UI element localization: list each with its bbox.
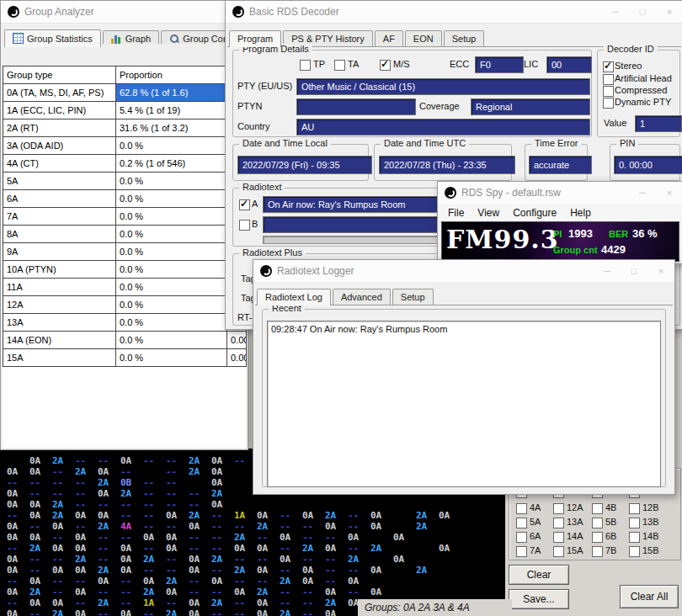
maximize-icon[interactable]: □ — [629, 1, 656, 23]
group-filter-checkbox-13A[interactable] — [553, 518, 564, 528]
minimize-icon[interactable]: ─ — [602, 1, 629, 23]
radiotext-log-list[interactable]: 09:28:47 On Air now: Ray's Rumpus Room — [267, 321, 661, 487]
cell-type[interactable]: 7A — [3, 208, 116, 226]
cell-type[interactable]: 1A (ECC, LIC, PIN) — [3, 102, 116, 119]
menu-view[interactable]: View — [472, 205, 505, 220]
group-filter-checkbox-14B[interactable] — [629, 532, 640, 543]
group-filter-checkbox-4A[interactable] — [516, 503, 527, 514]
cell-proportion[interactable]: 0.0 % — [116, 279, 227, 296]
radiotext-b-checkbox[interactable] — [239, 220, 250, 231]
group-filter-checkbox-13B[interactable] — [629, 518, 640, 528]
cell-type[interactable]: 14A (EON) — [3, 332, 116, 349]
table-row[interactable]: 10A (PTYN)0.0 % — [3, 261, 247, 279]
decoder-titlebar[interactable]: Basic RDS Decoder ─ □ × — [226, 1, 682, 24]
group-filter-checkbox-14A[interactable] — [553, 532, 564, 543]
cell-proportion[interactable]: 0.0 % — [116, 243, 227, 261]
cell-type[interactable]: 4A (CT) — [3, 155, 116, 173]
cell-type[interactable]: 9A — [3, 243, 116, 261]
cell-type[interactable]: 8A — [3, 226, 116, 243]
cell-proportion[interactable]: 0.2 % (1 of 546) — [116, 155, 227, 173]
stereo-checkbox[interactable] — [603, 61, 614, 72]
cell-type[interactable]: 15A — [3, 349, 116, 367]
group-filter-checkbox-7B[interactable] — [592, 546, 603, 557]
group-filter-checkbox-15A[interactable] — [553, 546, 564, 557]
cell-proportion[interactable]: 5.4 % (1 of 19) — [116, 102, 227, 119]
minimize-icon[interactable]: ─ — [594, 260, 621, 282]
table-row[interactable]: 7A0.0 % — [3, 208, 247, 226]
cell-type[interactable]: 13A — [3, 314, 116, 332]
maximize-icon[interactable]: □ — [621, 260, 647, 282]
cell-proportion[interactable]: 0.0 % — [116, 208, 227, 226]
group-filter-checkbox-12B[interactable] — [629, 503, 640, 514]
tab-eon[interactable]: EON — [405, 30, 442, 46]
group-filter-checkbox-4B[interactable] — [592, 503, 603, 514]
cell-proportion[interactable]: 0.0 % — [116, 349, 227, 367]
column-header-group-type[interactable]: Group type — [3, 66, 116, 84]
close-icon[interactable]: × — [656, 1, 682, 23]
radiotext-a-checkbox[interactable] — [239, 199, 250, 210]
table-row[interactable]: 5A0.0 % — [3, 173, 247, 190]
table-row[interactable]: 15A0.0 %0.00 — [3, 349, 247, 367]
close-icon[interactable]: × — [656, 182, 682, 204]
cell-type[interactable]: 11A — [3, 279, 116, 296]
cell-proportion[interactable]: 0.0 % — [116, 190, 227, 208]
menu-help[interactable]: Help — [564, 205, 597, 220]
ms-checkbox[interactable] — [380, 60, 391, 71]
cell-type[interactable]: 5A — [3, 173, 116, 190]
menu-configure[interactable]: Configure — [507, 205, 562, 220]
compressed-checkbox[interactable] — [603, 86, 614, 97]
group-analyzer-titlebar[interactable]: Group Analyzer — [1, 1, 248, 24]
cell-proportion[interactable]: 0.0 % — [116, 332, 227, 349]
group-filter-checkbox-6B[interactable] — [592, 532, 603, 543]
table-row[interactable]: 13A0.0 % — [3, 314, 247, 332]
tab-advanced[interactable]: Advanced — [333, 289, 391, 305]
menu-file[interactable]: File — [442, 205, 470, 220]
rds-spy-titlebar[interactable]: RDS Spy - default.rsw ─ × — [438, 182, 682, 204]
tab-logger-setup[interactable]: Setup — [392, 289, 434, 305]
cell-proportion[interactable]: 0.0 % — [116, 173, 227, 190]
save-button[interactable]: Save... — [509, 589, 569, 609]
tab-radiotext-log[interactable]: Radiotext Log — [257, 289, 331, 305]
cell-proportion[interactable]: 62.8 % (1 of 1.6) — [116, 84, 227, 102]
table-row[interactable]: 14A (EON)0.0 %0.00 — [3, 332, 247, 349]
minimize-icon[interactable]: ─ — [629, 182, 656, 204]
table-row[interactable]: 2A (RT)31.6 % (1 of 3.2) — [3, 119, 247, 137]
cell-type[interactable]: 3A (ODA AID) — [3, 137, 116, 155]
close-icon[interactable]: × — [647, 260, 674, 282]
tab-group-statistics[interactable]: Group Statistics — [4, 29, 101, 47]
table-row[interactable]: 12A0.0 % — [3, 296, 247, 314]
tab-af[interactable]: AF — [375, 30, 403, 46]
ta-checkbox[interactable] — [334, 60, 345, 71]
cell-type[interactable]: 12A — [3, 296, 116, 314]
cell-extra[interactable]: 0.00 — [227, 349, 247, 367]
tab-setup[interactable]: Setup — [444, 30, 485, 46]
group-filter-checkbox-12A[interactable] — [553, 503, 564, 514]
group-filter-checkbox-15B[interactable] — [629, 546, 640, 557]
group-filter-checkbox-6A[interactable] — [516, 532, 527, 543]
group-filter-checkbox-5B[interactable] — [592, 518, 603, 528]
group-filter-checkbox-7A[interactable] — [516, 546, 527, 557]
group-filter-checkbox-5A[interactable] — [516, 518, 527, 528]
cell-proportion[interactable]: 0.0 % — [116, 314, 227, 332]
cell-proportion[interactable]: 0.0 % — [116, 296, 227, 314]
column-header-proportion[interactable]: Proportion — [116, 66, 227, 84]
cell-type[interactable]: 10A (PTYN) — [3, 261, 116, 279]
table-row[interactable]: 8A0.0 % — [3, 226, 247, 243]
table-row[interactable]: 11A0.0 % — [3, 279, 247, 296]
table-row[interactable]: 0A (TA, MS, DI, AF, PS)62.8 % (1 of 1.6) — [3, 84, 247, 102]
logger-titlebar[interactable]: Radiotext Logger ─ □ × — [253, 260, 674, 283]
table-row[interactable]: 6A0.0 % — [3, 190, 247, 208]
artificial-head-checkbox[interactable] — [603, 74, 614, 85]
tab-program[interactable]: Program — [229, 30, 281, 47]
cell-type[interactable]: 2A (RT) — [3, 119, 116, 137]
cell-type[interactable]: 0A (TA, MS, DI, AF, PS) — [3, 84, 116, 102]
cell-proportion[interactable]: 31.6 % (1 of 3.2) — [116, 119, 227, 137]
cell-proportion[interactable]: 0.0 % — [116, 226, 227, 243]
cell-type[interactable]: 6A — [3, 190, 116, 208]
tp-checkbox[interactable] — [300, 60, 311, 71]
table-row[interactable]: 3A (ODA AID)0.0 % — [3, 137, 247, 155]
table-row[interactable]: 1A (ECC, LIC, PIN)5.4 % (1 of 19) — [3, 102, 247, 119]
log-entry[interactable]: 09:28:47 On Air now: Ray's Rumpus Room — [271, 323, 657, 336]
table-row[interactable]: 4A (CT)0.2 % (1 of 546) — [3, 155, 247, 173]
cell-extra[interactable]: 0.00 — [227, 332, 247, 349]
